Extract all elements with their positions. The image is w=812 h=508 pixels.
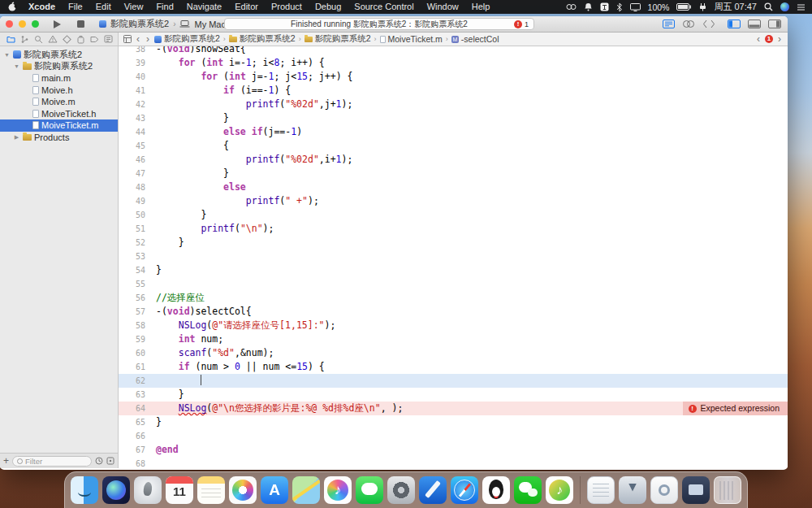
sidebar-item-MoiveTicket.h[interactable]: MoiveTicket.h — [0, 108, 118, 120]
breakpoints-navigator-icon[interactable] — [90, 36, 99, 43]
dock-icon-qq[interactable] — [482, 476, 510, 504]
toggle-navigator-button[interactable] — [728, 20, 741, 28]
code-line-42[interactable]: 42 printf("%02d",j+1); — [119, 98, 788, 111]
minimize-window-button[interactable] — [19, 20, 26, 28]
menu-bar-clock[interactable]: 周五 07:47 — [714, 1, 757, 13]
battery-percentage[interactable]: 100% — [648, 2, 670, 12]
dock-icon-calendar[interactable]: 11 — [166, 476, 193, 504]
issue-badge[interactable]: ! 1 — [514, 20, 529, 28]
sidebar-item-影院购票系统2[interactable]: ▼影院购票系统2 — [0, 61, 118, 73]
jump-bar-crumb-0[interactable]: 影院购票系统2 — [154, 33, 220, 45]
zoom-window-button[interactable] — [32, 20, 39, 28]
toggle-debug-area-button[interactable] — [748, 20, 761, 28]
dock-icon-itunes[interactable] — [324, 476, 352, 504]
recent-files-icon[interactable] — [95, 457, 103, 465]
dock-icon-photos[interactable] — [229, 476, 257, 504]
code-line-41[interactable]: 41 if (i==-1) { — [119, 84, 788, 98]
stop-button[interactable] — [77, 20, 84, 28]
notification-center-icon[interactable] — [797, 3, 806, 11]
filter-input[interactable] — [25, 457, 87, 466]
spotlight-icon[interactable] — [764, 2, 773, 11]
sidebar-item-Moive.m[interactable]: Moive.m — [0, 96, 118, 108]
tests-navigator-icon[interactable] — [63, 35, 71, 44]
debug-navigator-icon[interactable] — [76, 35, 85, 44]
sidebar-item-影院购票系统2[interactable]: ▼影院购票系统2 — [0, 49, 118, 61]
menu-item-7[interactable]: Product — [265, 0, 309, 14]
code-line-38[interactable]: 38-(void)showSeat{ — [119, 46, 788, 56]
assistant-editor-button[interactable] — [682, 20, 695, 28]
code-line-48[interactable]: 48 else — [119, 180, 788, 194]
code-line-53[interactable]: 53 — [119, 250, 788, 263]
code-line-58[interactable]: 58 NSLog(@"请选择座位号[1,15]:"); — [119, 319, 788, 332]
related-items-icon[interactable] — [123, 35, 132, 43]
apple-menu-icon[interactable] — [6, 2, 22, 12]
headphones-icon[interactable] — [566, 2, 577, 11]
code-line-46[interactable]: 46 printf("%02d",i+1); — [119, 153, 788, 167]
code-line-64[interactable]: 64 NSLog(@"\n您选择的影片是:%@ %d排%d座\n", );!Ex… — [119, 402, 788, 415]
dock-icon-wechat[interactable] — [514, 476, 542, 504]
dock-icon-applications[interactable] — [650, 476, 678, 504]
code-line-57[interactable]: 57-(void)selectCol{ — [119, 305, 788, 319]
code-line-61[interactable]: 61 if (num > 0 || num <=15) { — [119, 360, 788, 374]
code-line-39[interactable]: 39 for (int i=-1; i<8; i++) { — [119, 56, 788, 70]
dock-icon-settings[interactable] — [387, 476, 415, 504]
reports-navigator-icon[interactable] — [104, 35, 113, 43]
code-line-40[interactable]: 40 for (int j=-1; j<15; j++) { — [119, 70, 788, 84]
code-line-67[interactable]: 67@end — [119, 443, 788, 457]
dock-icon-siri[interactable] — [102, 476, 130, 504]
disclosure-triangle[interactable]: ▼ — [3, 52, 11, 58]
code-line-51[interactable]: 51 printf("\n"); — [119, 222, 788, 236]
notifications-icon[interactable] — [584, 2, 593, 11]
scm-status-icon[interactable] — [106, 457, 114, 465]
sidebar-item-main.m[interactable]: main.m — [0, 72, 118, 85]
code-line-43[interactable]: 43 } — [119, 111, 788, 125]
dock-icon-launchpad[interactable] — [134, 476, 162, 504]
dock-icon-notes[interactable] — [197, 476, 225, 504]
code-line-44[interactable]: 44 else if(j==-1) — [119, 125, 788, 139]
input-source-icon[interactable] — [600, 2, 609, 11]
dock-icon-messages[interactable] — [356, 476, 383, 504]
filter-field[interactable] — [12, 456, 92, 467]
battery-icon[interactable] — [676, 3, 692, 11]
menu-item-5[interactable]: Navigate — [180, 0, 228, 14]
menu-item-3[interactable]: View — [118, 0, 150, 14]
version-editor-button[interactable] — [702, 20, 715, 28]
source-editor[interactable]: 38-(void)showSeat{39 for (int i=-1; i<8;… — [119, 46, 788, 468]
issue-indicator[interactable]: 1 — [765, 35, 773, 43]
search-navigator-icon[interactable] — [34, 35, 43, 44]
dock-icon-bin[interactable] — [682, 476, 710, 504]
code-line-62[interactable]: 62 — [119, 374, 788, 388]
menu-item-9[interactable]: Source Control — [348, 0, 420, 14]
jump-bar-crumb-3[interactable]: MoiveTicket.m — [380, 34, 443, 44]
code-line-54[interactable]: 54} — [119, 263, 788, 277]
dock-icon-finder[interactable] — [71, 476, 98, 504]
menu-item-2[interactable]: Edit — [89, 0, 118, 14]
code-line-65[interactable]: 65} — [119, 415, 788, 429]
code-line-45[interactable]: 45 { — [119, 139, 788, 153]
menu-item-4[interactable]: Find — [149, 0, 179, 14]
dock-icon-appstore[interactable] — [261, 476, 288, 504]
code-line-56[interactable]: 56//选择座位 — [119, 291, 788, 305]
project-navigator-icon[interactable] — [6, 35, 15, 43]
scheme-selector[interactable]: 影院购票系统2 › My Mac — [99, 18, 226, 30]
code-line-66[interactable]: 66 — [119, 429, 788, 443]
code-line-52[interactable]: 52 } — [119, 236, 788, 250]
sidebar-item-Moive.h[interactable]: Moive.h — [0, 85, 118, 97]
disclosure-triangle[interactable]: ▼ — [13, 63, 20, 69]
menu-item-1[interactable]: File — [62, 0, 89, 14]
close-window-button[interactable] — [6, 20, 13, 28]
code-line-47[interactable]: 47 } — [119, 167, 788, 180]
menu-item-11[interactable]: Help — [465, 0, 497, 14]
code-line-63[interactable]: 63 } — [119, 388, 788, 402]
menu-item-app[interactable]: Xcode — [22, 0, 62, 14]
siri-icon[interactable] — [780, 2, 789, 11]
jump-bar-crumb-2[interactable]: 影院购票系统2 — [304, 33, 371, 45]
back-button[interactable]: ‹ — [135, 33, 141, 45]
code-line-49[interactable]: 49 printf(" +"); — [119, 194, 788, 208]
sidebar-item-MoiveTicket.m[interactable]: MoiveTicket.m — [0, 119, 118, 132]
code-line-60[interactable]: 60 scanf("%d",&num); — [119, 346, 788, 360]
toggle-utilities-button[interactable] — [768, 20, 781, 28]
menu-item-6[interactable]: Editor — [228, 0, 265, 14]
ac-power-icon[interactable] — [699, 2, 706, 11]
add-button[interactable]: + — [3, 456, 9, 466]
